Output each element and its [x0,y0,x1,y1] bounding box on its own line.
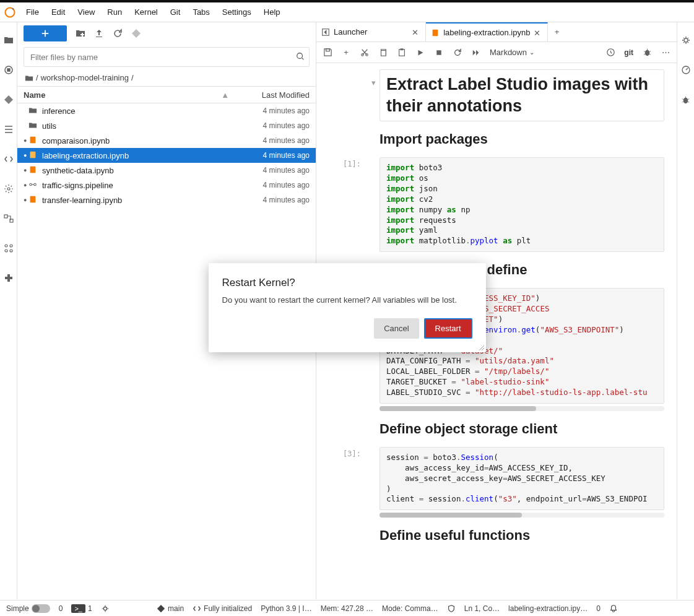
resize-handle-icon[interactable] [477,344,485,351]
restart-kernel-dialog: Restart Kernel? Do you want to restart t… [209,263,486,352]
dialog-body: Do you want to restart the current kerne… [222,295,472,305]
dialog-title: Restart Kernel? [222,277,472,289]
cancel-button[interactable]: Cancel [374,318,419,339]
restart-button[interactable]: Restart [424,318,472,339]
modal-backdrop: Restart Kernel? Do you want to restart t… [0,0,694,616]
